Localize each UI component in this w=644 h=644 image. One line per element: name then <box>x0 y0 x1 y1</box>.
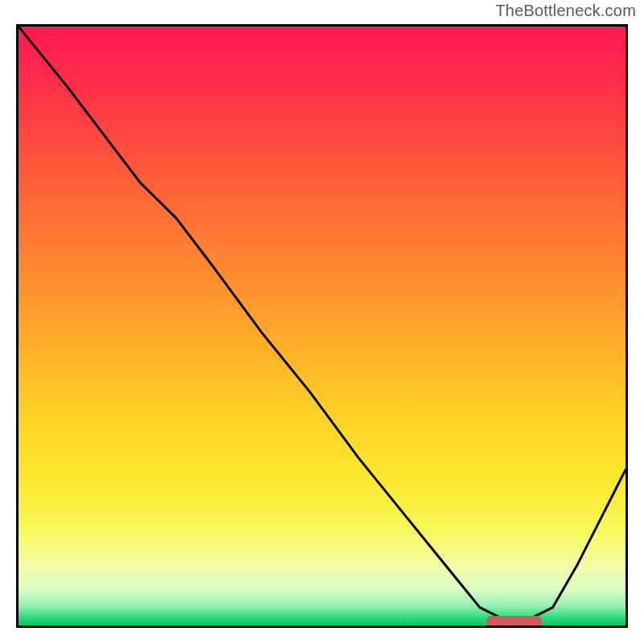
plot-frame <box>16 24 628 628</box>
watermark-text: TheBottleneck.com <box>495 2 636 20</box>
chart-container: TheBottleneck.com <box>0 0 644 644</box>
bottleneck-curve <box>19 27 625 620</box>
curve-layer <box>19 27 625 625</box>
optimal-range-marker <box>486 616 541 627</box>
